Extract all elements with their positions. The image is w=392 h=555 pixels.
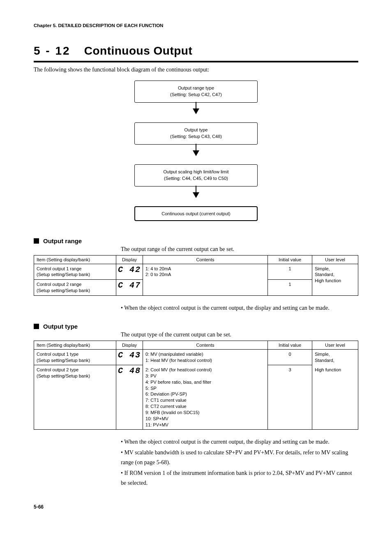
diagram-box-output-type: Output type (Setting: Setup C43, C48) [134,122,258,145]
cell-item: Control output 2 range (Setup setting/Se… [34,280,116,296]
block-diagram: Output range type (Setting: Setup C42, C… [134,81,258,221]
th-display: Display [116,255,143,264]
seg-display: C 48 [116,365,143,430]
square-bullet-icon [34,238,39,244]
table-header-row: Item (Setting display/bank) Display Cont… [34,255,358,264]
diagram-box-output-scaling: Output scaling high limit/low limit (Set… [134,164,258,187]
diagram-text: Output range type [178,85,214,90]
cell-text: High function [315,278,341,283]
arrow-down-icon [134,103,258,122]
diagram-text: Continuous output (current output) [161,211,231,216]
cell-text: Standard, [315,272,334,277]
section-header-output-type: Output type [34,323,358,330]
square-bullet-icon [34,324,39,329]
diagram-text: (Setting: Setup C42, C47) [170,92,222,97]
cell-text: 9: MFB (Invalid on SDC15) [145,410,199,415]
diagram-text: (Setting: C44, C45, C49 to C50) [164,176,228,181]
diagram-text: Output scaling high limit/low limit [164,169,229,174]
section-notes: • When the object control output is the … [121,303,358,313]
th-item: Item (Setting display/bank) [34,341,116,349]
cell-text: 8: CT2 current value [145,404,187,409]
cell-text: Simple, [315,352,330,357]
cell-initial: 1 [268,280,312,296]
seg-display: C 47 [116,280,143,296]
page-title: 5 - 12 Continuous Output [34,44,358,58]
cell-text: 0: MV (manipulated variable) [145,352,203,357]
section-title: Output type [43,323,78,330]
cell-text: (Setup setting/Setup bank) [37,358,90,363]
title-number: 5 - 12 [34,44,71,57]
cell-user: Simple, Standard, High function [312,264,358,295]
diagram-text: Output type [184,127,208,132]
diagram-text: (Setting: Setup C43, C48) [170,134,222,139]
cell-text: 1: Heat MV (for heat/cool control) [145,358,212,363]
section-title: Output range [43,237,82,244]
cell-item: Control output 1 range (Setup setting/Se… [34,264,116,280]
cell-text: Standard, [315,358,334,363]
output-range-table: Item (Setting display/bank) Display Cont… [34,255,358,296]
cell-text: 11: PV+MV [145,422,168,427]
table-row: Control output 1 range (Setup setting/Se… [34,264,358,280]
cell-text: 6: Deviation (PV-SP) [145,391,187,396]
cell-text: 5: SP [145,386,157,391]
cell-text: Control output 2 range [37,282,81,287]
seg-display: C 42 [116,264,143,280]
cell-user: Simple, Standard, [312,349,358,365]
th-initial: Initial value [268,341,312,349]
section-intro: The output range of the current output c… [121,246,358,253]
title-rule [34,61,358,62]
cell-text: (Setup setting/Setup bank) [37,272,90,277]
cell-text: High function [315,367,341,372]
cell-contents: 1: 4 to 20mA 2: 0 to 20mA [143,264,268,295]
arrow-down-icon [134,145,258,164]
cell-initial: 1 [268,264,312,280]
cell-item: Control output 2 type (Setup setting/Set… [34,365,116,430]
note-bullet: • When the object control output is the … [121,437,358,447]
cell-text: 4: PV before ratio, bias, and filter [145,380,211,385]
diagram-box-output-range-type: Output range type (Setting: Setup C42, C… [134,81,258,103]
th-initial: Initial value [268,255,312,264]
th-item: Item (Setting display/bank) [34,255,116,264]
cell-text: 1: 4 to 20mA [145,266,171,271]
cell-text: 2: Cool MV (for heat/cool control) [145,367,212,372]
cell-user: High function [312,365,358,430]
cell-initial: 0 [268,349,312,365]
th-user: User level [312,255,358,264]
section-notes: • When the object control output is the … [121,437,358,488]
cell-text: (Setup setting/Setup bank) [37,288,90,293]
table-row: Control output 2 type (Setup setting/Set… [34,365,358,430]
note-bullet: • MV scalable bandwidth is used to calcu… [121,448,358,467]
cell-text: Control output 2 type [37,367,78,372]
cell-contents: 2: Cool MV (for heat/cool control) 3: PV… [143,365,268,430]
page-number: 5-66 [34,504,358,510]
cell-initial: 3 [268,365,312,430]
note-bullet: • When the object control output is the … [121,303,358,313]
table-header-row: Item (Setting display/bank) Display Cont… [34,341,358,349]
cell-text: 2: 0 to 20mA [145,272,171,277]
arrow-down-icon [134,187,258,206]
cell-text: Control output 1 range [37,266,81,271]
cell-text: 7: CT1 current value [145,398,187,403]
th-user: User level [312,341,358,349]
title-text: Continuous Output [84,44,193,57]
th-contents: Contents [143,255,268,264]
seg-display: C 43 [116,349,143,365]
th-display: Display [116,341,143,349]
chapter-header: Chapter 5. DETAILED DESCRIPTION OF EACH … [34,23,358,28]
th-contents: Contents [143,341,268,349]
cell-contents: 0: MV (manipulated variable) 1: Heat MV … [143,349,268,365]
intro-text: The following shows the functional block… [34,67,358,73]
output-type-table: Item (Setting display/bank) Display Cont… [34,341,358,430]
cell-text: Control output 1 type [37,352,78,357]
cell-text: 10: SP+MV [145,416,168,421]
section-header-output-range: Output range [34,237,358,244]
cell-text: 3: PV [145,373,157,378]
section-intro: The output type of the current output ca… [121,332,358,338]
note-bullet: • If ROM version 1 of the instrument inf… [121,468,358,488]
cell-text: Simple, [315,266,330,271]
cell-item: Control output 1 type (Setup setting/Set… [34,349,116,365]
cell-text: (Setup setting/Setup bank) [37,373,90,378]
table-row: Control output 1 type (Setup setting/Set… [34,349,358,365]
diagram-box-continuous-output: Continuous output (current output) [134,206,258,221]
